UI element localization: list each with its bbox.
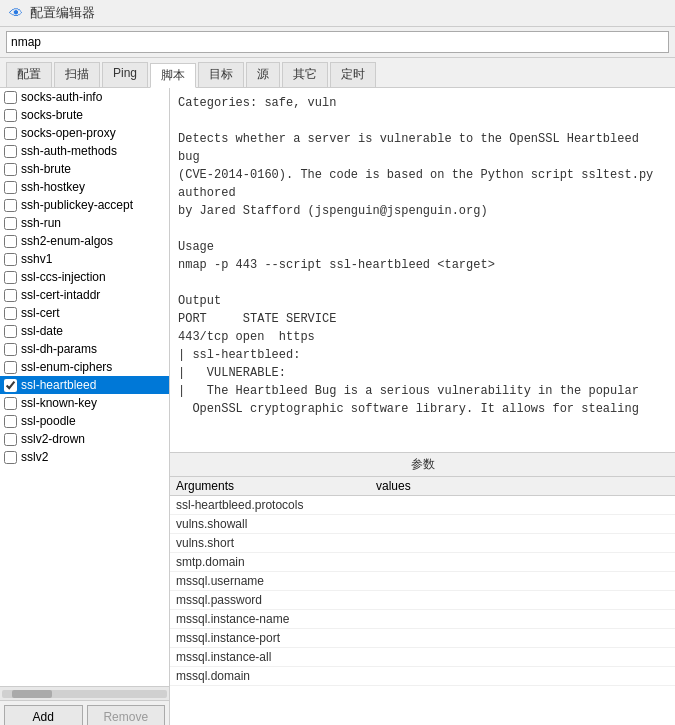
title-text: 配置编辑器 bbox=[30, 4, 95, 22]
list-item[interactable]: ssh-hostkey bbox=[0, 178, 169, 196]
list-item[interactable]: ssl-known-key bbox=[0, 394, 169, 412]
params-section: 参数 Arguments values ssl-heartbleed.proto… bbox=[170, 453, 675, 725]
tab-Ping[interactable]: Ping bbox=[102, 62, 148, 87]
table-row[interactable]: mssql.username bbox=[170, 572, 675, 591]
script-label: ssh-publickey-accept bbox=[21, 198, 133, 212]
script-checkbox[interactable] bbox=[4, 217, 17, 230]
header-arguments: Arguments bbox=[176, 479, 376, 493]
param-argument: ssl-heartbleed.protocols bbox=[176, 498, 376, 512]
script-label: ssl-known-key bbox=[21, 396, 97, 410]
list-item[interactable]: ssh-publickey-accept bbox=[0, 196, 169, 214]
script-checkbox[interactable] bbox=[4, 181, 17, 194]
param-argument: mssql.domain bbox=[176, 669, 376, 683]
description-area: Categories: safe, vuln Detects whether a… bbox=[170, 88, 675, 453]
param-argument: mssql.password bbox=[176, 593, 376, 607]
list-item[interactable]: ssl-ccs-injection bbox=[0, 268, 169, 286]
search-bar bbox=[0, 27, 675, 58]
script-checkbox[interactable] bbox=[4, 91, 17, 104]
script-checkbox[interactable] bbox=[4, 127, 17, 140]
table-row[interactable]: vulns.showall bbox=[170, 515, 675, 534]
table-row[interactable]: ssl-heartbleed.protocols bbox=[170, 496, 675, 515]
script-checkbox[interactable] bbox=[4, 415, 17, 428]
table-row[interactable]: mssql.instance-port bbox=[170, 629, 675, 648]
param-value bbox=[376, 555, 669, 569]
script-label: sslv2 bbox=[21, 450, 48, 464]
script-checkbox[interactable] bbox=[4, 109, 17, 122]
script-label: sslv2-drown bbox=[21, 432, 85, 446]
tab-源[interactable]: 源 bbox=[246, 62, 280, 87]
script-label: ssl-enum-ciphers bbox=[21, 360, 112, 374]
script-checkbox[interactable] bbox=[4, 289, 17, 302]
horizontal-scroll[interactable] bbox=[0, 686, 169, 700]
list-item[interactable]: socks-open-proxy bbox=[0, 124, 169, 142]
list-item[interactable]: ssl-poodle bbox=[0, 412, 169, 430]
script-label: ssl-cert-intaddr bbox=[21, 288, 100, 302]
script-checkbox[interactable] bbox=[4, 253, 17, 266]
tab-定时[interactable]: 定时 bbox=[330, 62, 376, 87]
search-input[interactable] bbox=[6, 31, 669, 53]
header-values: values bbox=[376, 479, 669, 493]
script-label: socks-brute bbox=[21, 108, 83, 122]
script-label: ssh-auth-methods bbox=[21, 144, 117, 158]
script-list: socks-auth-infosocks-brutesocks-open-pro… bbox=[0, 88, 169, 686]
tab-脚本[interactable]: 脚本 bbox=[150, 63, 196, 88]
table-row[interactable]: vulns.short bbox=[170, 534, 675, 553]
script-label: ssl-dh-params bbox=[21, 342, 97, 356]
script-label: socks-auth-info bbox=[21, 90, 102, 104]
script-checkbox[interactable] bbox=[4, 397, 17, 410]
list-item[interactable]: ssh-auth-methods bbox=[0, 142, 169, 160]
list-item[interactable]: sshv1 bbox=[0, 250, 169, 268]
list-item[interactable]: sslv2-drown bbox=[0, 430, 169, 448]
add-button[interactable]: Add bbox=[4, 705, 83, 725]
script-checkbox[interactable] bbox=[4, 235, 17, 248]
tab-扫描[interactable]: 扫描 bbox=[54, 62, 100, 87]
script-checkbox[interactable] bbox=[4, 451, 17, 464]
script-checkbox[interactable] bbox=[4, 379, 17, 392]
tab-配置[interactable]: 配置 bbox=[6, 62, 52, 87]
script-checkbox[interactable] bbox=[4, 271, 17, 284]
list-item[interactable]: ssl-cert-intaddr bbox=[0, 286, 169, 304]
params-header: Arguments values bbox=[170, 477, 675, 496]
list-item[interactable]: ssh-brute bbox=[0, 160, 169, 178]
remove-button[interactable]: Remove bbox=[87, 705, 166, 725]
param-value bbox=[376, 574, 669, 588]
list-item[interactable]: ssl-cert bbox=[0, 304, 169, 322]
param-value bbox=[376, 517, 669, 531]
script-checkbox[interactable] bbox=[4, 325, 17, 338]
param-argument: mssql.instance-port bbox=[176, 631, 376, 645]
script-checkbox[interactable] bbox=[4, 343, 17, 356]
list-item[interactable]: ssl-date bbox=[0, 322, 169, 340]
script-checkbox[interactable] bbox=[4, 145, 17, 158]
list-item[interactable]: ssh-run bbox=[0, 214, 169, 232]
script-checkbox[interactable] bbox=[4, 307, 17, 320]
list-item[interactable]: ssl-enum-ciphers bbox=[0, 358, 169, 376]
param-value bbox=[376, 593, 669, 607]
script-label: ssh2-enum-algos bbox=[21, 234, 113, 248]
tab-其它[interactable]: 其它 bbox=[282, 62, 328, 87]
list-item[interactable]: ssl-dh-params bbox=[0, 340, 169, 358]
table-row[interactable]: mssql.domain bbox=[170, 667, 675, 686]
app-icon: 👁 bbox=[8, 5, 24, 21]
table-row[interactable]: mssql.instance-name bbox=[170, 610, 675, 629]
table-row[interactable]: mssql.password bbox=[170, 591, 675, 610]
table-row[interactable]: smtp.domain bbox=[170, 553, 675, 572]
script-checkbox[interactable] bbox=[4, 163, 17, 176]
param-argument: mssql.instance-name bbox=[176, 612, 376, 626]
right-panel: Categories: safe, vuln Detects whether a… bbox=[170, 88, 675, 725]
script-label: socks-open-proxy bbox=[21, 126, 116, 140]
list-item[interactable]: socks-auth-info bbox=[0, 88, 169, 106]
tabs-bar: 配置扫描Ping脚本目标源其它定时 bbox=[0, 58, 675, 88]
list-item[interactable]: socks-brute bbox=[0, 106, 169, 124]
table-row[interactable]: mssql.instance-all bbox=[170, 648, 675, 667]
list-item[interactable]: ssh2-enum-algos bbox=[0, 232, 169, 250]
script-checkbox[interactable] bbox=[4, 199, 17, 212]
params-table: Arguments values ssl-heartbleed.protocol… bbox=[170, 477, 675, 725]
script-label: ssh-brute bbox=[21, 162, 71, 176]
script-checkbox[interactable] bbox=[4, 433, 17, 446]
script-checkbox[interactable] bbox=[4, 361, 17, 374]
script-label: ssl-ccs-injection bbox=[21, 270, 106, 284]
list-item[interactable]: ssl-heartbleed bbox=[0, 376, 169, 394]
list-item[interactable]: sslv2 bbox=[0, 448, 169, 466]
tab-目标[interactable]: 目标 bbox=[198, 62, 244, 87]
scroll-thumb bbox=[12, 690, 52, 698]
